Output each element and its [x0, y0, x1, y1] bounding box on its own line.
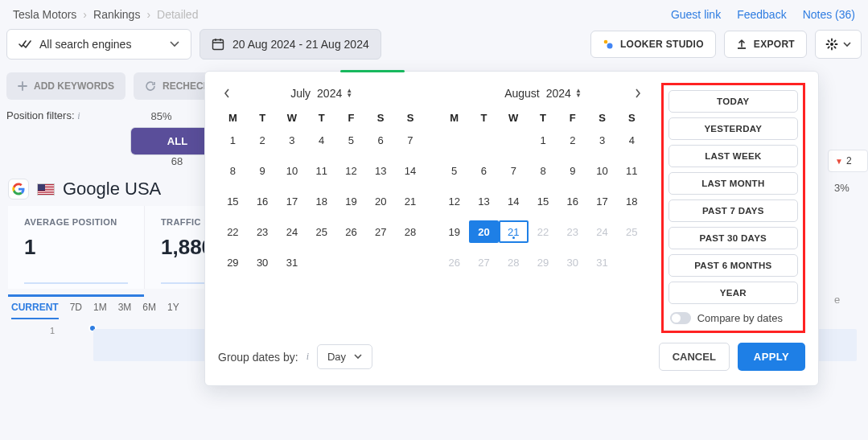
day-cell[interactable]: 22 [529, 220, 558, 243]
day-cell[interactable]: 19 [439, 220, 469, 243]
day-cell[interactable]: 4 [306, 129, 336, 151]
day-cell[interactable]: 24 [587, 220, 617, 243]
day-cell[interactable]: 30 [248, 251, 278, 273]
info-icon[interactable]: i [77, 110, 80, 121]
day-cell[interactable]: 14 [396, 159, 426, 182]
day-cell[interactable]: 6 [469, 159, 499, 182]
day-cell[interactable]: 21 [396, 190, 426, 212]
day-cell[interactable]: 25 [306, 220, 336, 243]
day-cell[interactable]: 3 [278, 129, 307, 151]
day-cell[interactable]: 26 [336, 220, 366, 243]
calendar-month-right: August 2024 ▲▼ MTWTFSS 12345678910111213… [439, 83, 646, 333]
guest-link[interactable]: Guest link [671, 8, 721, 21]
stat-avg-position[interactable]: AVERAGE POSITION 1 [8, 206, 145, 289]
notes-link[interactable]: Notes (36) [803, 8, 855, 21]
day-cell[interactable]: 9 [248, 159, 278, 182]
period-7d[interactable]: 7D [70, 302, 82, 319]
day-cell[interactable]: 6 [366, 129, 396, 151]
preset-today[interactable]: Today [668, 90, 798, 113]
day-cell[interactable]: 20 [366, 190, 396, 212]
day-cell[interactable]: 1 [218, 129, 248, 151]
period-1y[interactable]: 1Y [167, 302, 179, 319]
day-cell[interactable]: 27 [469, 251, 499, 273]
day-cell[interactable]: 5 [439, 159, 469, 182]
next-month-button[interactable] [629, 84, 647, 102]
info-icon[interactable]: i [306, 351, 309, 363]
preset-past-7-days[interactable]: Past 7 days [668, 199, 798, 222]
add-keywords-button[interactable]: ADD KEYWORDS [6, 72, 125, 100]
preset-yesterday[interactable]: Yesterday [668, 117, 798, 140]
day-cell[interactable]: 27 [366, 220, 396, 243]
preset-past-6-months[interactable]: Past 6 months [668, 254, 798, 277]
day-cell[interactable]: 1 [529, 129, 558, 151]
compare-toggle[interactable] [670, 312, 691, 324]
day-cell[interactable]: 12 [439, 190, 469, 212]
day-cell[interactable]: 20 [469, 220, 499, 243]
prev-month-button[interactable] [218, 84, 236, 102]
day-cell[interactable]: 12 [336, 159, 366, 182]
day-cell[interactable]: 9 [557, 159, 587, 182]
day-cell[interactable]: 23 [557, 220, 587, 243]
day-cell[interactable]: 31 [278, 251, 307, 273]
day-cell[interactable]: 29 [218, 251, 248, 273]
period-3m[interactable]: 3M [118, 302, 132, 319]
preset-past-30-days[interactable]: Past 30 days [668, 227, 798, 249]
day-cell[interactable]: 24 [278, 220, 307, 243]
day-cell[interactable]: 2 [557, 129, 587, 151]
looker-studio-button[interactable]: LOOKER STUDIO [590, 31, 716, 58]
day-cell[interactable]: 3 [587, 129, 617, 151]
day-cell[interactable]: 16 [248, 190, 278, 212]
day-cell[interactable]: 25 [617, 220, 647, 243]
settings-button[interactable] [815, 30, 862, 59]
day-cell[interactable]: 26 [439, 251, 469, 273]
group-by-select[interactable]: Day [317, 344, 372, 369]
date-range-button[interactable]: 20 Aug 2024 - 21 Aug 2024 [200, 29, 381, 60]
breadcrumb: Tesla Motors › Rankings › Detailed [13, 8, 198, 21]
day-cell[interactable]: 23 [248, 220, 278, 243]
day-cell[interactable]: 14 [499, 190, 529, 212]
period-current[interactable]: CURRENT [11, 302, 59, 319]
day-cell[interactable]: 16 [557, 190, 587, 212]
day-cell[interactable]: 31 [587, 251, 617, 273]
day-cell[interactable]: 29 [529, 251, 558, 273]
period-6m[interactable]: 6M [142, 302, 156, 319]
day-cell[interactable]: 28 [499, 251, 529, 273]
day-cell[interactable]: 17 [587, 190, 617, 212]
day-cell[interactable]: 8 [529, 159, 558, 182]
day-cell[interactable]: 2 [248, 129, 278, 151]
day-cell[interactable]: 10 [278, 159, 307, 182]
year-select[interactable]: 2024 ▲▼ [317, 87, 352, 100]
preset-year[interactable]: Year [668, 282, 798, 304]
feedback-link[interactable]: Feedback [737, 8, 786, 21]
day-cell[interactable]: 19 [336, 190, 366, 212]
day-cell[interactable]: 18 [617, 190, 647, 212]
preset-last-week[interactable]: Last week [668, 145, 798, 167]
day-cell[interactable]: 7 [396, 129, 426, 151]
day-cell[interactable]: 30 [557, 251, 587, 273]
day-cell[interactable]: 22 [218, 220, 248, 243]
day-cell[interactable]: 8 [218, 159, 248, 182]
day-cell[interactable]: 10 [587, 159, 617, 182]
day-cell[interactable]: 4 [617, 129, 647, 151]
day-cell[interactable]: 5 [336, 129, 366, 151]
export-button[interactable]: EXPORT [724, 31, 807, 58]
crumb-project[interactable]: Tesla Motors [13, 8, 76, 21]
period-1m[interactable]: 1M [93, 302, 107, 319]
search-engine-select[interactable]: All search engines [6, 29, 191, 60]
cancel-button[interactable]: CANCEL [659, 343, 730, 371]
day-cell[interactable]: 28 [396, 220, 426, 243]
day-cell[interactable]: 11 [617, 159, 647, 182]
preset-last-month[interactable]: Last month [668, 172, 798, 195]
day-cell[interactable]: 15 [529, 190, 558, 212]
day-cell[interactable]: 18 [306, 190, 336, 212]
day-cell[interactable]: 11 [306, 159, 336, 182]
apply-button[interactable]: APPLY [738, 343, 805, 371]
day-cell[interactable]: 15 [218, 190, 248, 212]
day-cell[interactable]: 7 [499, 159, 529, 182]
crumb-section[interactable]: Rankings [93, 8, 140, 21]
day-cell[interactable]: 13 [469, 190, 499, 212]
day-cell[interactable]: 13 [366, 159, 396, 182]
year-select[interactable]: 2024 ▲▼ [546, 87, 582, 100]
day-cell[interactable]: 21 [499, 220, 529, 243]
day-cell[interactable]: 17 [278, 190, 307, 212]
